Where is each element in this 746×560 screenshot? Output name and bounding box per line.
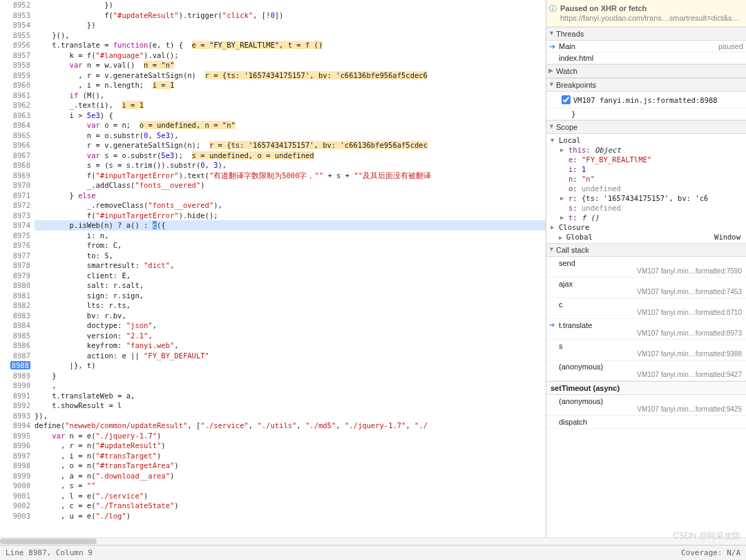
scrollbar-thumb[interactable] [0,539,97,544]
code-line[interactable]: k = f("#language").val(); [35,50,546,61]
line-number[interactable]: 8990 [0,380,30,391]
code-line[interactable]: _.text(i), i = 1 [35,100,546,110]
line-number[interactable]: 8998 [0,461,30,471]
line-number[interactable]: 9001 [0,491,30,501]
line-number[interactable]: 8978 [0,260,30,271]
line-number[interactable]: 8963 [0,110,30,121]
line-number[interactable]: 8985 [0,331,30,341]
scope-closure[interactable]: ▶Closure [549,222,743,232]
code-line[interactable]: smartresult: "dict", [35,260,546,271]
callstack-frame[interactable]: (anonymous)VM107 fanyi.min…formatted:942… [546,395,746,416]
line-number[interactable]: 8986 [0,340,30,351]
line-number[interactable]: 8976 [0,240,30,251]
code-line[interactable]: }) [35,20,546,30]
scope-var-n[interactable]: n: "n" [559,174,743,184]
line-number[interactable]: 8995 [0,431,30,441]
code-line[interactable]: sign: r.sign, [35,291,546,301]
line-number[interactable]: 8997 [0,451,30,461]
scope-var-e[interactable]: e: "FY_BY_REALTlME" [559,155,743,164]
line-number[interactable]: 8992 [0,400,30,411]
code-line[interactable]: }), [35,411,546,421]
scope-global[interactable]: ▶ GlobalWindow [549,232,743,242]
line-number[interactable]: 8970 [0,180,30,191]
line-number[interactable]: 8957 [0,50,30,61]
watch-header[interactable]: ▶Watch [546,64,746,78]
line-number[interactable]: 8975 [0,231,30,241]
line-number[interactable]: 8987 [0,351,30,361]
line-number[interactable]: 8972 [0,200,30,211]
code-line[interactable]: }(), [35,30,546,41]
code-line[interactable]: var s = o.substr(5e3); s = undefined, o … [35,151,546,161]
horizontal-scrollbar[interactable] [0,537,746,545]
code-line[interactable]: t.translateWeb = a, [35,391,546,401]
code-line[interactable]: , s = "" [35,481,546,491]
breakpoints-header[interactable]: ▼Breakpoints [546,78,746,92]
code-line[interactable]: } [35,371,546,381]
scope-var-r[interactable]: ▶r: {ts: '1657434175157', bv: 'c6 [559,193,743,203]
line-number[interactable]: 8980 [0,280,30,291]
line-number[interactable]: 9002 [0,501,30,511]
code-line[interactable]: i: n, [35,231,546,241]
line-number[interactable]: 8955 [0,30,30,41]
line-number[interactable]: 9000 [0,481,30,491]
code-line[interactable]: f("#inputTargetError").text("有道翻译字数限制为50… [35,171,546,181]
callstack-frame[interactable]: t.translateVM107 fanyi.min…formatted:897… [546,319,746,340]
thread-main[interactable]: ➔ Main paused [546,41,746,52]
code-line[interactable]: , l = e("./service") [35,491,546,501]
line-number[interactable]: 8981 [0,291,30,301]
line-number[interactable]: 8954 [0,20,30,30]
scope-var-s[interactable]: s: undefined [559,203,743,213]
code-line[interactable]: lts: r.ts, [35,300,546,311]
line-number[interactable]: 8996 [0,441,30,451]
line-number[interactable]: 8966 [0,140,30,151]
line-number[interactable]: 8974 [0,220,30,231]
code-line[interactable]: p.isWeb(n) ? a() : c({ [35,220,546,231]
code-area[interactable]: }) f("#updateResult").trigger("click", [… [35,0,546,537]
line-number[interactable]: 8965 [0,131,30,141]
callstack-frame[interactable]: sendVM107 fanyi.min…formatted:7590 [546,257,746,278]
line-number[interactable]: 8962 [0,100,30,110]
code-line[interactable]: , u = e("./log") [35,511,546,521]
code-line[interactable]: var n = e("./jquery-1.7") [35,431,546,441]
code-line[interactable]: } else [35,191,546,201]
line-number[interactable]: 8959 [0,70,30,81]
code-line[interactable]: _.removeClass("fonts__overed"), [35,200,546,211]
code-line[interactable]: action: e || "FY_BY_DEFAULT" [35,351,546,361]
code-line[interactable]: , [35,380,546,391]
code-line[interactable]: doctype: "json", [35,320,546,331]
scope-var-t[interactable]: ▶t: f () [559,213,743,222]
line-number[interactable]: 8993 [0,411,30,421]
line-number[interactable]: 8979 [0,271,30,281]
line-number[interactable]: 8983 [0,311,30,321]
scope-local[interactable]: ▼Local [549,135,743,145]
code-line[interactable]: n = o.substr(0, 5e3), [35,131,546,141]
line-number[interactable]: 8956 [0,40,30,50]
code-line[interactable]: , a = n(".download__area") [35,471,546,481]
code-line[interactable]: , o = n("#transTargetArea") [35,461,546,471]
line-number[interactable]: 8952 [0,0,30,10]
line-number[interactable]: 8999 [0,471,30,481]
code-line[interactable]: , i = n.length; i = 1 [35,80,546,90]
code-line[interactable]: f("#updateResult").trigger("click", [!0]… [35,10,546,21]
threads-header[interactable]: ▼Threads [546,27,746,41]
code-line[interactable]: i > 5e3) { [35,110,546,121]
line-number[interactable]: 8982 [0,300,30,311]
scope-header[interactable]: ▼Scope [546,120,746,134]
code-line[interactable]: f("#inputTargetError").hide(); [35,211,546,221]
callstack-frame[interactable]: ajaxVM107 fanyi.min…formatted:7453 [546,278,746,298]
line-number[interactable]: 8967 [0,151,30,161]
breakpoint-item[interactable]: VM107 fanyi.min.js:formatted:8988 [546,92,746,108]
callstack-frame[interactable]: (anonymous)VM107 fanyi.min…formatted:942… [546,360,746,381]
line-number[interactable]: 8964 [0,120,30,131]
line-number[interactable]: 8960 [0,80,30,90]
callstack-frame[interactable]: cVM107 fanyi.min…formatted:8710 [546,298,746,319]
line-gutter[interactable]: 8952895389548955895689578958895989608961… [0,0,35,537]
callstack-frame[interactable]: dispatch [546,416,746,429]
code-line[interactable]: client: E, [35,271,546,281]
code-line[interactable]: , c = e("./TranslateState") [35,501,546,511]
code-line[interactable]: s = (s = s.trim()).substr(0, 3), [35,160,546,171]
line-number[interactable]: 8988 [0,360,30,371]
scope-var-this[interactable]: ▶this: Object [559,145,743,155]
line-number[interactable]: 8961 [0,90,30,101]
scope-var-o[interactable]: o: undefined [559,184,743,193]
